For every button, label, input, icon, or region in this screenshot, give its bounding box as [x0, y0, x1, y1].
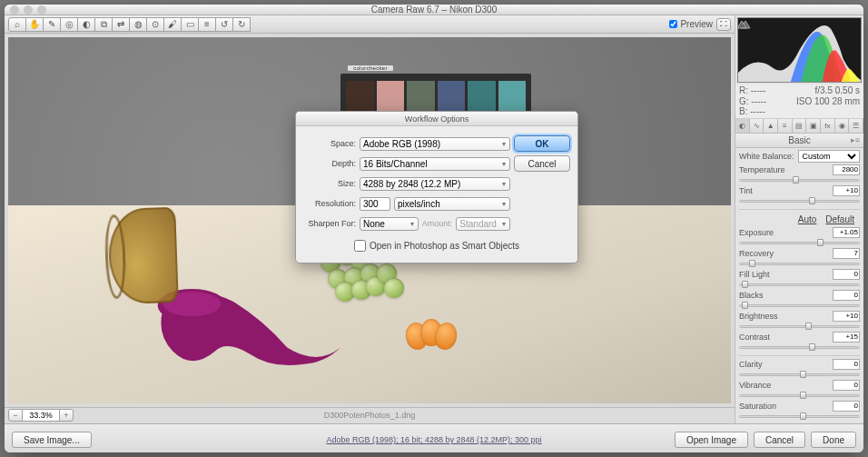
done-button[interactable]: Done [811, 432, 856, 448]
slider-brightness: Brightness [739, 311, 860, 331]
zoom-in-button[interactable]: + [59, 409, 74, 422]
tab-split-icon[interactable]: ▤ [793, 119, 807, 133]
slider-value-input[interactable] [833, 269, 860, 280]
grad-filter-icon[interactable]: ▭ [181, 17, 199, 32]
slider-track[interactable] [739, 301, 860, 310]
fullscreen-icon[interactable]: ⛶ [716, 18, 731, 31]
wb-select[interactable]: Custom [798, 150, 860, 163]
workflow-options-dialog: Workflow Options Space: Adobe RGB (1998)… [295, 111, 578, 263]
res-unit-select[interactable]: pixels/inch [394, 197, 510, 211]
slider-value-input[interactable] [833, 227, 860, 238]
slider-track[interactable] [739, 259, 860, 268]
wb-eyedropper-icon[interactable]: ✎ [43, 17, 61, 32]
redeye-tool-icon[interactable]: ⊙ [146, 17, 164, 32]
res-label: Resolution: [303, 199, 356, 208]
panel-tabs: ◐ ∿ ▲ ≡ ▤ ▣ fx ◉ ☰ [735, 119, 863, 134]
filename-label: D300PotenPhotos_1.dng [324, 411, 416, 420]
slider-fill-light: Fill Light [739, 269, 860, 289]
rotate-cw-icon[interactable]: ↻ [232, 17, 251, 32]
space-select[interactable]: Adobe RGB (1998) [360, 137, 510, 151]
cancel-button[interactable]: Cancel [754, 432, 805, 448]
size-label: Size: [303, 179, 356, 188]
hand-tool-icon[interactable]: ✋ [25, 17, 44, 32]
sharpen-label: Sharpen For: [303, 219, 356, 228]
space-label: Space: [303, 139, 356, 148]
slider-track[interactable] [739, 280, 860, 289]
dialog-cancel-button[interactable]: Cancel [514, 155, 570, 172]
slider-track[interactable] [739, 343, 860, 352]
minimize-window-icon[interactable] [24, 5, 33, 15]
open-image-button[interactable]: Open Image [675, 432, 748, 448]
amount-select: Standard [456, 217, 510, 231]
rotate-ccw-icon[interactable]: ↺ [215, 17, 233, 32]
zoom-value[interactable]: 33.3% [22, 409, 60, 422]
slider-track[interactable] [739, 238, 860, 247]
basic-controls: White Balance: Custom TemperatureTint Au… [735, 148, 863, 423]
preview-checkbox[interactable]: Preview [669, 19, 713, 29]
default-link[interactable]: Default [825, 214, 854, 224]
sharpen-select[interactable]: None [360, 217, 419, 231]
slider-value-input[interactable] [833, 332, 860, 343]
slider-value-input[interactable] [833, 290, 860, 301]
app-window: Camera Raw 6.7 – Nikon D300 ⌕ ✋ ✎ ◎ ◐ ⧉ … [5, 5, 863, 452]
slider-value-input[interactable] [833, 248, 860, 259]
slider-value-input[interactable] [833, 311, 860, 322]
straighten-tool-icon[interactable]: ⇄ [112, 17, 130, 32]
slider-saturation: Saturation [739, 401, 860, 421]
tab-lens-icon[interactable]: ▣ [806, 119, 821, 133]
zoom-out-button[interactable]: − [8, 409, 23, 422]
slider-label: Exposure [739, 228, 774, 237]
ok-button[interactable]: OK [514, 135, 570, 152]
slider-label: Contrast [739, 333, 770, 342]
workflow-link[interactable]: Adobe RGB (1998); 16 bit; 4288 by 2848 (… [326, 435, 541, 444]
crop-tool-icon[interactable]: ⧉ [94, 17, 113, 32]
toolbar: ⌕ ✋ ✎ ◎ ◐ ⧉ ⇄ ◍ ⊙ 🖌 ▭ ≡ ↺ ↻ Preview ⛶ [5, 15, 735, 34]
tab-presets-icon[interactable]: ☰ [849, 119, 863, 133]
tab-hsl-icon[interactable]: ≡ [778, 119, 793, 133]
slider-label: Brightness [739, 312, 778, 321]
adjust-brush-icon[interactable]: 🖌 [163, 17, 182, 32]
auto-link[interactable]: Auto [798, 214, 817, 224]
r-value: R: ----- [739, 85, 766, 96]
open-smart-checkbox[interactable] [354, 240, 366, 252]
tab-basic-icon[interactable]: ◐ [735, 119, 750, 133]
zoom-row: − 33.3% + D300PotenPhotos_1.dng [5, 407, 735, 423]
histogram[interactable] [737, 17, 862, 83]
slider-value-input[interactable] [833, 359, 860, 370]
res-input[interactable]: 300 [360, 197, 390, 211]
slider-value-input[interactable] [833, 164, 860, 175]
highlight-clip-icon[interactable] [737, 20, 859, 83]
tab-calib-icon[interactable]: ◉ [835, 119, 850, 133]
traffic-lights [10, 5, 46, 15]
slider-track[interactable] [739, 322, 860, 331]
slider-track[interactable] [739, 412, 860, 421]
slider-value-input[interactable] [833, 380, 860, 391]
slider-value-input[interactable] [833, 401, 860, 412]
amount-label: Amount: [422, 219, 453, 228]
target-adjust-icon[interactable]: ◐ [77, 17, 95, 32]
zoom-window-icon[interactable] [37, 5, 46, 15]
size-select[interactable]: 4288 by 2848 (12.2 MP) [360, 177, 510, 191]
spot-removal-icon[interactable]: ◍ [129, 17, 147, 32]
color-sampler-icon[interactable]: ◎ [60, 17, 78, 32]
tab-curve-icon[interactable]: ∿ [750, 119, 764, 133]
slider-track[interactable] [739, 196, 860, 205]
slider-track[interactable] [739, 370, 860, 379]
preview-label: Preview [680, 19, 713, 29]
slider-track[interactable] [739, 175, 860, 184]
panel-menu-icon[interactable]: ▸≡ [851, 135, 860, 144]
checker-label: colorchecker [348, 65, 393, 71]
slider-track[interactable] [739, 391, 860, 400]
slider-vibrance: Vibrance [739, 380, 860, 400]
exif-readout: R: ----- G: ----- B: ----- f/3.5 0.50 s … [735, 84, 863, 119]
bottom-bar: Save Image... Adobe RGB (1998); 16 bit; … [5, 423, 863, 453]
tab-detail-icon[interactable]: ▲ [764, 119, 778, 133]
depth-select[interactable]: 16 Bits/Channel [360, 157, 510, 171]
save-image-button[interactable]: Save Image... [12, 432, 92, 448]
prefs-icon[interactable]: ≡ [198, 17, 216, 32]
close-window-icon[interactable] [10, 5, 19, 15]
tab-fx-icon[interactable]: fx [821, 119, 835, 133]
slider-label: Fill Light [739, 270, 770, 279]
slider-value-input[interactable] [833, 185, 860, 196]
zoom-tool-icon[interactable]: ⌕ [8, 17, 26, 32]
